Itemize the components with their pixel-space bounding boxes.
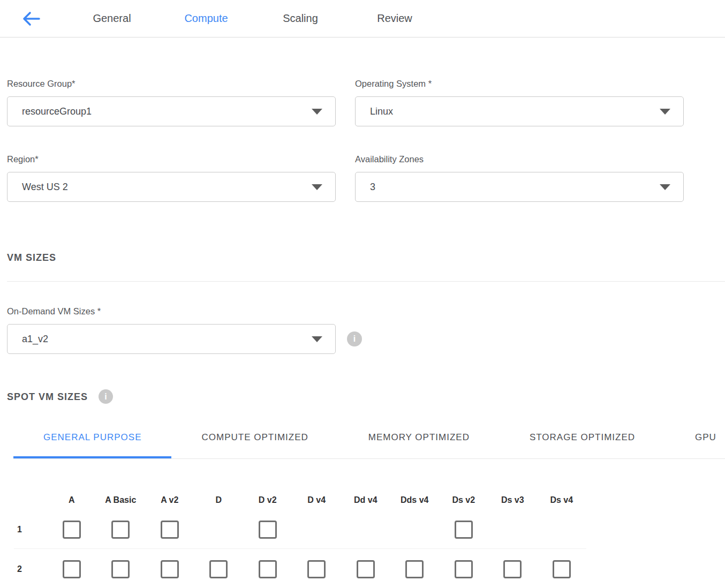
grid-row-divider [14,548,586,549]
tab-memory-optimized[interactable]: MEMORY OPTIMIZED [338,429,500,458]
column-header: Ds v4 [537,495,586,506]
info-icon[interactable]: i [347,331,362,346]
column-header: A Basic [96,495,146,506]
region-label: Region* [7,154,336,164]
vm-size-checkbox[interactable] [161,521,179,539]
tab-general[interactable]: General [65,12,159,25]
info-icon[interactable]: i [99,389,113,404]
tab-scaling[interactable]: Scaling [253,12,348,25]
wizard-tabs: General Compute Scaling Review [65,12,442,25]
tab-compute-optimized[interactable]: COMPUTE OPTIMIZED [171,429,338,458]
vm-size-checkbox[interactable] [503,560,522,578]
resource-group-label: Resource Group* [7,78,336,89]
vm-size-checkbox[interactable] [111,521,130,539]
tab-review[interactable]: Review [348,12,442,25]
column-header: D v4 [292,495,342,506]
vm-sizes-section-title: VM SIZES [7,251,725,264]
caret-down-icon [660,109,670,115]
operating-system-field: Operating System * Linux [355,78,684,126]
tab-storage-optimized[interactable]: STORAGE OPTIMIZED [500,429,665,458]
region-value: West US 2 [22,182,68,193]
vm-size-checkbox[interactable] [209,560,228,578]
column-header: Ds v3 [488,495,538,506]
vm-size-checkbox[interactable] [161,560,179,578]
on-demand-vm-sizes-label: On-Demand VM Sizes * [7,306,725,316]
tab-general-purpose[interactable]: GENERAL PURPOSE [13,429,171,458]
column-header: Dd v4 [341,495,390,506]
compute-step-content: Resource Group* resourceGroup1 Operating… [0,78,725,578]
vm-size-checkbox[interactable] [455,521,473,539]
operating-system-value: Linux [370,106,393,117]
vm-size-checkbox[interactable] [111,560,130,578]
column-header: A [47,495,96,506]
back-button[interactable] [21,11,41,27]
vm-size-row-1: 1 [14,506,725,539]
tab-gpu[interactable]: GPU [665,429,725,458]
vm-size-checkbox[interactable] [455,560,473,578]
vm-size-checkbox[interactable] [405,560,424,578]
column-header: Dds v4 [390,495,440,506]
vm-size-checkbox[interactable] [307,560,326,578]
caret-down-icon [660,184,670,190]
spot-vm-category-tabs: GENERAL PURPOSE COMPUTE OPTIMIZED MEMORY… [13,429,725,459]
column-header: D [194,495,244,506]
on-demand-vm-sizes-field: a1_v2 [7,324,336,354]
vm-size-row-2: 2 [14,560,725,578]
row-label: 1 [14,525,47,534]
column-header: D v2 [243,495,292,506]
vm-size-grid-header-row: A A Basic A v2 D D v2 D v4 Dd v4 Dds v4 … [14,495,725,506]
on-demand-vm-sizes-value: a1_v2 [22,334,48,345]
on-demand-vm-sizes-select[interactable]: a1_v2 [7,324,336,354]
availability-zones-label: Availability Zones [355,154,684,164]
resource-group-field: Resource Group* resourceGroup1 [7,78,336,126]
arrow-left-icon [21,11,41,27]
caret-down-icon [312,109,322,115]
region-field: Region* West US 2 [7,154,336,202]
vm-size-checkbox[interactable] [63,521,81,539]
vm-size-checkbox[interactable] [63,560,81,578]
section-divider [7,281,725,282]
column-header: A v2 [145,495,194,506]
resource-group-value: resourceGroup1 [22,106,92,117]
vm-size-checkbox[interactable] [259,560,277,578]
caret-down-icon [312,336,322,342]
operating-system-select[interactable]: Linux [355,96,684,126]
wizard-header: General Compute Scaling Review [0,0,725,37]
resource-group-select[interactable]: resourceGroup1 [7,96,336,126]
region-select[interactable]: West US 2 [7,172,336,202]
operating-system-label: Operating System * [355,78,684,89]
availability-zones-value: 3 [370,182,375,193]
row-label: 2 [14,564,47,574]
vm-size-grid: A A Basic A v2 D D v2 D v4 Dd v4 Dds v4 … [14,495,725,578]
vm-size-checkbox[interactable] [259,521,277,539]
availability-zones-select[interactable]: 3 [355,172,684,202]
availability-zones-field: Availability Zones 3 [355,154,684,202]
column-header: Ds v2 [439,495,488,506]
spot-vm-sizes-section-title: SPOT VM SIZES [7,390,88,403]
vm-size-checkbox[interactable] [357,560,375,578]
caret-down-icon [312,184,322,190]
tab-compute[interactable]: Compute [159,12,253,25]
vm-size-checkbox[interactable] [553,560,571,578]
